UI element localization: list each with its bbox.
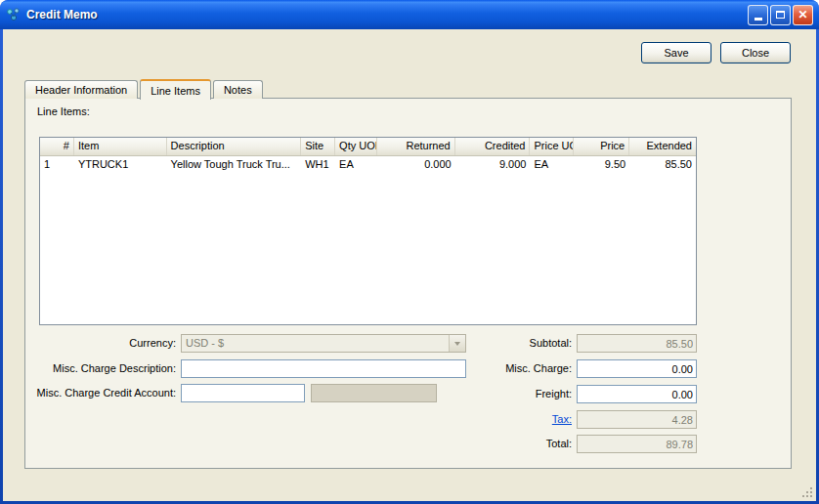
- freight-label: Freight:: [472, 388, 572, 399]
- resize-grip[interactable]: [801, 486, 814, 499]
- column-header-item[interactable]: Item: [74, 138, 167, 155]
- freight-field[interactable]: [577, 385, 697, 403]
- column-header-qty-uom[interactable]: Qty UOM: [335, 138, 377, 155]
- subtotal-field: [577, 334, 697, 353]
- tax-link[interactable]: Tax:: [552, 413, 572, 425]
- cell-site: WH1: [301, 156, 335, 174]
- cell-price-uom: EA: [530, 156, 574, 174]
- tab-strip: Header Information Line Items Notes: [24, 78, 265, 99]
- table-row[interactable]: 1 YTRUCK1 Yellow Tough Truck Tru... WH1 …: [40, 156, 696, 174]
- minimize-button[interactable]: [748, 5, 768, 25]
- currency-value: USD - $: [182, 335, 449, 352]
- column-header-site[interactable]: Site: [301, 138, 335, 155]
- minimize-icon: [754, 18, 762, 21]
- cell-qty-uom: EA: [335, 156, 377, 174]
- column-header-extended[interactable]: Extended: [629, 138, 696, 155]
- credit-memo-window: Credit Memo ✕ Save Close Header Informat…: [0, 0, 819, 504]
- line-items-table: # Item Description Site Qty UOM Returned…: [39, 137, 697, 325]
- credit-account-description-box: [311, 384, 437, 402]
- subtotal-label: Subtotal:: [472, 337, 572, 349]
- line-items-section-label: Line Items:: [37, 105, 90, 117]
- cell-item: YTRUCK1: [74, 156, 167, 174]
- title-bar[interactable]: Credit Memo ✕: [0, 0, 819, 29]
- close-button[interactable]: Close: [720, 42, 791, 63]
- column-header-credited[interactable]: Credited: [455, 138, 531, 155]
- window-title: Credit Memo: [26, 8, 748, 21]
- total-label: Total:: [472, 438, 572, 449]
- tab-line-items[interactable]: Line Items: [140, 79, 211, 100]
- tab-notes[interactable]: Notes: [213, 80, 263, 99]
- dialog-body: Save Close Header Information Line Items…: [3, 29, 816, 501]
- total-field: [577, 435, 697, 453]
- tab-header-information[interactable]: Header Information: [24, 80, 138, 99]
- column-header-number[interactable]: #: [40, 138, 74, 155]
- column-header-price-uom[interactable]: Price UOM: [530, 138, 574, 155]
- close-window-button[interactable]: ✕: [793, 5, 813, 25]
- misc-charge-field[interactable]: [577, 359, 697, 378]
- cell-number: 1: [40, 156, 74, 174]
- cell-returned: 0.000: [377, 156, 455, 174]
- column-header-price[interactable]: Price: [574, 138, 629, 155]
- credit-account-label: Misc. Charge Credit Account:: [5, 387, 176, 399]
- column-header-description[interactable]: Description: [167, 138, 302, 155]
- dropdown-arrow-box: [449, 335, 465, 352]
- misc-charge-label: Misc. Charge:: [472, 362, 572, 374]
- close-icon: ✕: [797, 9, 807, 21]
- maximize-button[interactable]: [770, 5, 791, 25]
- tax-label: Tax:: [472, 413, 572, 425]
- cell-credited: 9.000: [455, 156, 531, 174]
- tax-field: [577, 410, 697, 429]
- currency-label: Currency:: [5, 337, 176, 349]
- misc-charge-description-input[interactable]: [181, 359, 466, 378]
- table-header-row: # Item Description Site Qty UOM Returned…: [40, 138, 696, 156]
- credit-account-input[interactable]: [181, 384, 305, 402]
- save-button[interactable]: Save: [641, 42, 711, 63]
- chevron-down-icon: [454, 342, 460, 346]
- app-icon: [6, 7, 22, 22]
- column-header-returned[interactable]: Returned: [377, 138, 455, 155]
- currency-select[interactable]: USD - $: [181, 334, 466, 353]
- cell-extended: 85.50: [629, 156, 696, 174]
- maximize-icon: [776, 11, 785, 19]
- cell-price: 9.50: [574, 156, 629, 174]
- misc-charge-description-label: Misc. Charge Description:: [5, 362, 176, 374]
- cell-description: Yellow Tough Truck Tru...: [167, 156, 302, 174]
